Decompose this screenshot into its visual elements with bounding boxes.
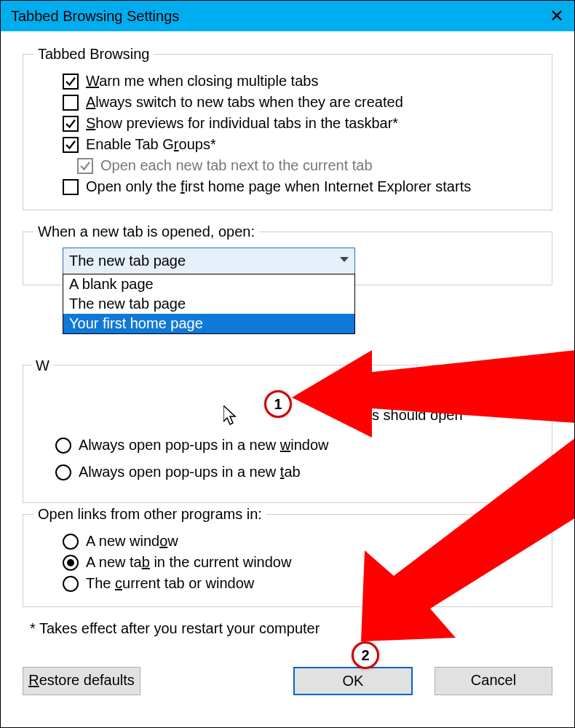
annotation-badge-2: 2 <box>352 641 379 669</box>
group-tabbed-legend: Tabbed Browsing <box>33 46 154 63</box>
label-link-tab: A new tab in the current window <box>86 554 291 571</box>
group-tabbed-browsing: Tabbed Browsing Warn me when closing mul… <box>23 46 552 210</box>
checkbox-open-next-to-current <box>77 158 93 174</box>
cursor-icon <box>223 405 239 427</box>
dropdown-option-blank[interactable]: A blank page <box>63 274 354 294</box>
radio-link-tab[interactable] <box>63 555 79 571</box>
group-open-links-legend: Open links from other programs in: <box>33 506 266 523</box>
annotation-arrow-2 <box>336 438 575 656</box>
dropdown-new-tab[interactable]: The new tab page A blank page The new ta… <box>63 248 355 274</box>
radio-popups-tab[interactable] <box>55 464 71 480</box>
window-title: Tabbed Browsing Settings <box>11 8 550 25</box>
group-popups-legend-partial: W <box>31 357 54 374</box>
dropdown-option-newtab[interactable]: The new tab page <box>63 294 354 314</box>
group-new-tab-legend: When a new tab is opened, open: <box>33 223 259 240</box>
label-warn-closing: Warn me when closing multiple tabs <box>86 73 318 90</box>
annotation-arrow-1 <box>292 314 575 438</box>
checkbox-show-previews[interactable] <box>63 116 79 132</box>
annotation-badge-1: 1 <box>264 390 292 418</box>
checkbox-open-only-first[interactable] <box>63 179 79 195</box>
chevron-down-icon <box>340 257 349 262</box>
label-always-switch: Always switch to new tabs when they are … <box>86 94 403 111</box>
label-popups-window: Always open pop-ups in a new window <box>79 437 329 454</box>
label-enable-groups: Enable Tab Groups* <box>86 136 216 153</box>
radio-link-window[interactable] <box>63 534 79 550</box>
checkbox-always-switch[interactable] <box>63 95 79 111</box>
restore-defaults-button[interactable]: Restore defaults <box>23 667 140 695</box>
checkbox-enable-groups[interactable] <box>63 137 79 153</box>
close-icon[interactable]: ✕ <box>550 7 564 25</box>
svg-marker-1 <box>361 438 575 641</box>
checkbox-warn-closing[interactable] <box>63 74 79 90</box>
radio-popups-tab-row: Always open pop-ups in a new tab <box>55 461 301 485</box>
radio-link-current[interactable] <box>63 576 79 592</box>
svg-marker-2 <box>223 405 235 424</box>
label-link-window: A new window <box>86 533 178 550</box>
title-bar[interactable]: Tabbed Browsing Settings ✕ <box>1 1 574 31</box>
radio-popups-window-row: Always open pop-ups in a new window <box>55 434 329 458</box>
svg-marker-0 <box>292 350 575 438</box>
cancel-button[interactable]: Cancel <box>435 667 552 695</box>
label-open-next-to-current: Open each new tab next to the current ta… <box>100 157 373 174</box>
dropdown-selected-value: The new tab page <box>63 248 354 274</box>
label-link-current: The current tab or window <box>86 575 254 592</box>
label-popups-tab: Always open pop-ups in a new tab <box>79 464 301 480</box>
label-show-previews: Show previews for individual tabs in the… <box>86 115 398 132</box>
group-new-tab: When a new tab is opened, open: The new … <box>23 223 552 285</box>
radio-popups-window[interactable] <box>55 438 71 454</box>
label-open-only-first: Open only the first home page when Inter… <box>86 178 471 195</box>
ok-button[interactable]: OK <box>293 667 413 695</box>
